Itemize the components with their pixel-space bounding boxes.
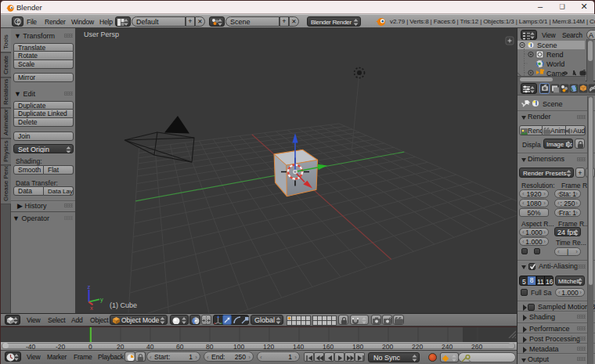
svg-text:z: z [88, 283, 91, 290]
svg-text:World: World [546, 60, 564, 68]
svg-text:(1) Cube: (1) Cube [110, 301, 137, 309]
svg-text:x: x [90, 305, 93, 312]
svg-text:y: y [100, 296, 103, 303]
svg-text:User Persp: User Persp [84, 31, 119, 38]
svg-text:Scene: Scene [537, 41, 557, 49]
svg-text:Rend: Rend [546, 51, 564, 59]
